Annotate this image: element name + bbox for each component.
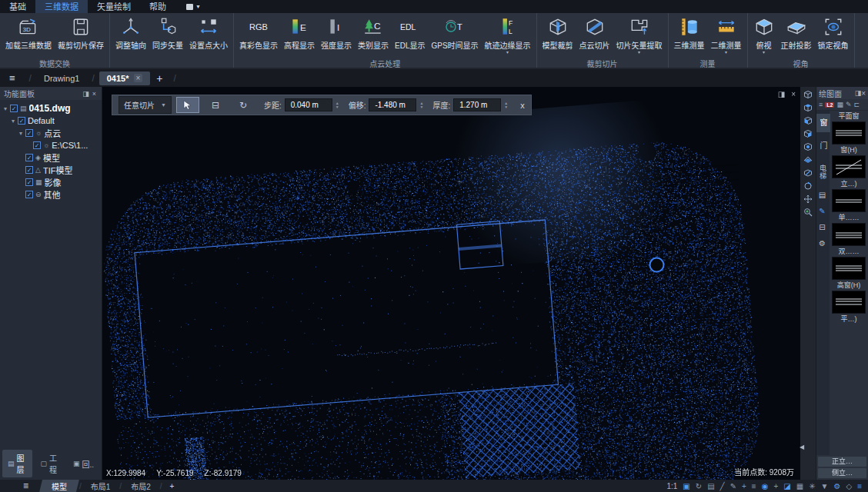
tab-layout1[interactable]: 布局1: [82, 480, 120, 492]
view-cube-icon[interactable]: [802, 128, 814, 140]
tab-window[interactable]: 窗: [816, 114, 830, 132]
tab-elevator[interactable]: 电梯: [816, 160, 830, 184]
chevron-down-icon[interactable]: ▾: [725, 51, 727, 55]
flag-icon[interactable]: ◪: [783, 482, 790, 490]
hamburger-icon[interactable]: ≡: [857, 482, 862, 490]
tree-row-pointcloud[interactable]: ▾ ✓ ☼ 点云: [2, 127, 100, 139]
checkbox[interactable]: ✓: [25, 166, 33, 174]
add-view-icon[interactable]: +: [773, 482, 778, 490]
slice-vector-extract-button[interactable]: 切片矢量提取 ▾: [613, 14, 666, 55]
rgb-display-button[interactable]: RGB 真彩色显示: [236, 14, 281, 52]
checkbox[interactable]: ✓: [33, 141, 41, 149]
tree-row-default[interactable]: ▾ ✓ Default: [2, 115, 100, 127]
tab-model[interactable]: 模型: [39, 480, 79, 492]
collapse-panel-arrow[interactable]: ◀: [800, 444, 804, 450]
elevation-display-button[interactable]: E 高程显示: [281, 14, 318, 52]
snap-grid-icon[interactable]: ▤: [707, 482, 714, 490]
block-thumbnail[interactable]: [832, 121, 866, 145]
tree-row-pointcloud-file[interactable]: ✓ ☼ E:\CS\1...: [2, 139, 100, 151]
ortho-projection-button[interactable]: 正射投影: [778, 14, 815, 52]
checkbox[interactable]: ✓: [25, 178, 33, 186]
block-thumbnail[interactable]: [832, 155, 866, 178]
edl-display-button[interactable]: EDL EDL显示: [392, 14, 428, 52]
view-cube-icon[interactable]: [802, 141, 814, 153]
quick-access-dropdown[interactable]: ▼: [186, 4, 201, 10]
menu-tab-3d-data[interactable]: 三维数据: [35, 0, 88, 13]
table-icon[interactable]: ▦: [796, 482, 803, 490]
expander-icon[interactable]: ▾: [2, 105, 9, 112]
float-viewport-icon[interactable]: ◨: [778, 90, 785, 98]
settings-gear-icon[interactable]: ⚙: [817, 238, 829, 249]
block-thumbnail[interactable]: [832, 223, 866, 246]
line-tool-icon[interactable]: ╱: [720, 482, 725, 490]
tree-row-other[interactable]: ✓ ⊖ 其他: [2, 188, 100, 201]
expander-icon[interactable]: ▾: [17, 130, 25, 137]
expander-icon[interactable]: ▾: [9, 118, 17, 125]
rotate-toggle-icon[interactable]: ↻: [696, 482, 702, 490]
view-cube-icon[interactable]: [802, 101, 814, 114]
block-thumbnail[interactable]: [832, 257, 866, 280]
block-thumbnail[interactable]: [832, 189, 866, 212]
lock-view-button[interactable]: 锁定视角: [815, 14, 852, 52]
tree-row-tif-model[interactable]: ✓ △ TIF模型: [2, 164, 100, 176]
stepper-arrows[interactable]: ▲▼: [336, 101, 339, 109]
view-rotate-icon[interactable]: [802, 180, 814, 192]
viewport-toggle-icon[interactable]: ◉: [762, 482, 769, 490]
cad-logo-icon[interactable]: L2: [825, 102, 834, 108]
front-elevation-button[interactable]: 正立…: [818, 457, 866, 467]
label-icon[interactable]: ⊟: [817, 221, 828, 233]
field-icon[interactable]: ⊏: [854, 101, 860, 108]
list-icon[interactable]: ≡: [819, 101, 823, 108]
scale-readout[interactable]: 1:1: [666, 482, 677, 490]
lineweight-icon[interactable]: ≡: [752, 482, 756, 490]
gps-time-display-button[interactable]: T GPS时间显示: [428, 14, 481, 52]
checkbox[interactable]: ✓: [25, 154, 33, 161]
tab-layers[interactable]: ▤ 图层: [2, 450, 32, 477]
side-elevation-button[interactable]: 侧立…: [818, 468, 866, 478]
tab-project[interactable]: ▢ 工程: [35, 450, 65, 477]
slice-mode-select[interactable]: 任意切片 ▼: [119, 96, 172, 114]
view-cube-icon[interactable]: [802, 167, 814, 179]
settings-gear-icon[interactable]: ⚙: [833, 482, 840, 490]
model-clip-button[interactable]: 模型裁剪: [539, 14, 576, 52]
menu-tab-vector-draw[interactable]: 矢量绘制: [88, 0, 140, 13]
pick-slice-button[interactable]: [176, 97, 199, 113]
close-panel-icon[interactable]: ×: [861, 89, 866, 98]
menu-tab-basic[interactable]: 基础: [0, 0, 35, 13]
doc-tab-0415[interactable]: 0415* ×: [99, 71, 151, 85]
view-cube-icon[interactable]: [802, 88, 814, 101]
checkbox[interactable]: ✓: [10, 105, 18, 112]
sync-vector-button[interactable]: 同步矢量: [149, 14, 186, 52]
tab-door[interactable]: 门: [816, 137, 830, 155]
stairs-icon[interactable]: ▤: [817, 189, 829, 201]
grid-icon[interactable]: ▦: [836, 101, 843, 108]
measure-3d-button[interactable]: 三维测量: [671, 14, 708, 52]
stepper-arrows[interactable]: ▲▼: [419, 101, 423, 109]
chevron-down-icon[interactable]: ▾: [638, 51, 640, 55]
point-cloud-canvas[interactable]: [102, 87, 800, 480]
measure-2d-button[interactable]: 二维测量 ▾: [708, 14, 745, 55]
checkbox[interactable]: ✓: [18, 117, 25, 125]
chevron-down-icon[interactable]: ▾: [763, 51, 765, 55]
slice-plane-button[interactable]: ⊟: [204, 97, 227, 113]
stepper-arrows[interactable]: ▲▼: [504, 101, 508, 109]
add-tab-button[interactable]: +: [150, 72, 169, 85]
intensity-display-button[interactable]: I 强度显示: [318, 14, 355, 52]
close-tab-icon[interactable]: ×: [134, 74, 143, 82]
block-thumbnail[interactable]: [832, 291, 866, 314]
save-clip-button[interactable]: 裁剪切片保存: [55, 14, 107, 52]
brush-icon[interactable]: ✎: [846, 101, 852, 108]
menu-hamburger-icon[interactable]: ≡: [0, 72, 25, 84]
view-cube-icon[interactable]: [802, 154, 814, 166]
load-3d-data-button[interactable]: 3D 加载三维数据: [2, 14, 55, 52]
view-cube-icon[interactable]: [802, 115, 814, 127]
close-viewport-icon[interactable]: ×: [791, 90, 796, 98]
tree-row-model[interactable]: ✓ ◈ 模型: [2, 151, 100, 164]
checkbox[interactable]: ✓: [25, 191, 33, 198]
grid-toggle-icon[interactable]: ▣: [683, 482, 689, 490]
thickness-input[interactable]: 1.270 m: [453, 98, 501, 111]
snowflake-icon[interactable]: ✳: [809, 482, 815, 490]
3d-viewport[interactable]: 任意切片 ▼ ⊟ ↻ 步距: 0.040 m ▲▼ 偏移: -1.480 m ▲…: [102, 87, 800, 480]
close-panel-icon[interactable]: ×: [91, 90, 98, 98]
close-slicebar-button[interactable]: x: [520, 101, 525, 110]
